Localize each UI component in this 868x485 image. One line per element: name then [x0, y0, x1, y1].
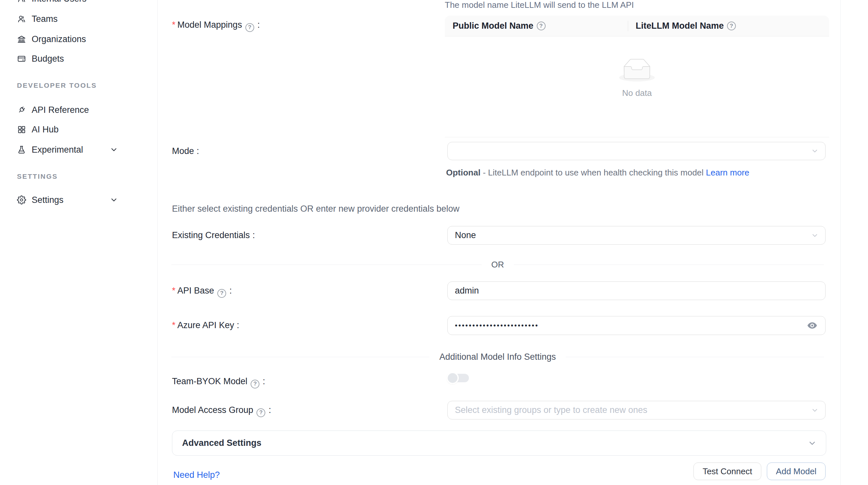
- chevron-down-icon: [811, 407, 819, 414]
- show-password-button[interactable]: [806, 320, 818, 331]
- help-icon[interactable]: ?: [217, 289, 226, 298]
- empty-box-icon: [619, 59, 655, 83]
- required-marker: *: [172, 286, 176, 295]
- team-byok-label: Team-BYOK Model?:: [172, 375, 265, 388]
- divider-line: [566, 357, 824, 357]
- model-access-group-select[interactable]: Select existing groups or type to create…: [447, 401, 826, 419]
- column-header-litellm-model-name: LiteLLM Model Name?: [628, 21, 736, 31]
- model-mappings-table: Public Model Name? LiteLLM Model Name? N…: [445, 15, 829, 137]
- need-help-link[interactable]: Need Help?: [173, 470, 220, 480]
- api-base-label: *API Base?:: [172, 284, 232, 297]
- masked-api-key-value: ••••••••••••••••••••••••: [448, 321, 539, 330]
- chevron-down-icon: [811, 147, 819, 155]
- help-icon[interactable]: ?: [256, 408, 265, 417]
- existing-credentials-label: Existing Credentials:: [172, 229, 255, 242]
- existing-credentials-select[interactable]: None: [447, 226, 826, 245]
- litellm-add-model-screen: Internal Users Teams Organizations Budge…: [0, 0, 868, 485]
- required-marker: *: [172, 20, 176, 30]
- mode-select[interactable]: [447, 142, 826, 160]
- add-model-form: The model name LiteLLM will send to the …: [0, 0, 868, 485]
- required-marker: *: [172, 320, 176, 330]
- azure-api-key-label: *Azure API Key:: [172, 319, 239, 332]
- column-divider: [628, 21, 628, 31]
- help-icon[interactable]: ?: [727, 22, 736, 30]
- learn-more-link[interactable]: Learn more: [706, 168, 749, 177]
- existing-credentials-value: None: [448, 230, 476, 240]
- table-header: Public Model Name? LiteLLM Model Name?: [445, 15, 829, 36]
- advanced-settings-title: Advanced Settings: [182, 438, 261, 448]
- api-base-input[interactable]: [447, 282, 826, 300]
- empty-state: No data: [445, 59, 829, 98]
- mode-label: Mode:: [172, 144, 199, 158]
- or-divider-text: OR: [482, 260, 514, 270]
- divider-line: [514, 264, 824, 265]
- credentials-note: Either select existing credentials OR en…: [172, 204, 460, 214]
- right-edge-strip: [840, 0, 868, 485]
- column-header-public-model-name: Public Model Name?: [445, 21, 628, 31]
- advanced-settings-panel[interactable]: Advanced Settings: [172, 430, 826, 456]
- additional-settings-divider: Additional Model Info Settings: [171, 350, 824, 363]
- model-access-group-placeholder: Select existing groups or type to create…: [448, 405, 647, 415]
- mode-hint: Optional - LiteLLM endpoint to use when …: [446, 166, 760, 180]
- help-icon[interactable]: ?: [251, 380, 259, 388]
- model-access-group-label: Model Access Group?:: [172, 403, 271, 417]
- test-connect-button[interactable]: Test Connect: [693, 462, 761, 480]
- divider-line: [171, 264, 482, 265]
- chevron-down-icon: [811, 232, 819, 239]
- no-data-text: No data: [445, 88, 829, 98]
- model-mappings-label: *Model Mappings?:: [172, 18, 260, 31]
- azure-api-key-input[interactable]: ••••••••••••••••••••••••: [447, 316, 826, 335]
- eye-icon: [807, 320, 818, 331]
- toggle-knob: [446, 372, 459, 384]
- chevron-down-icon: [808, 439, 817, 448]
- model-name-hint: The model name LiteLLM will send to the …: [445, 0, 634, 10]
- or-divider: OR: [171, 258, 824, 271]
- divider-line: [171, 357, 429, 357]
- help-icon[interactable]: ?: [537, 22, 546, 30]
- add-model-button[interactable]: Add Model: [767, 462, 826, 480]
- additional-settings-divider-text: Additional Model Info Settings: [429, 352, 565, 362]
- help-icon[interactable]: ?: [245, 23, 254, 32]
- team-byok-toggle[interactable]: [447, 374, 469, 382]
